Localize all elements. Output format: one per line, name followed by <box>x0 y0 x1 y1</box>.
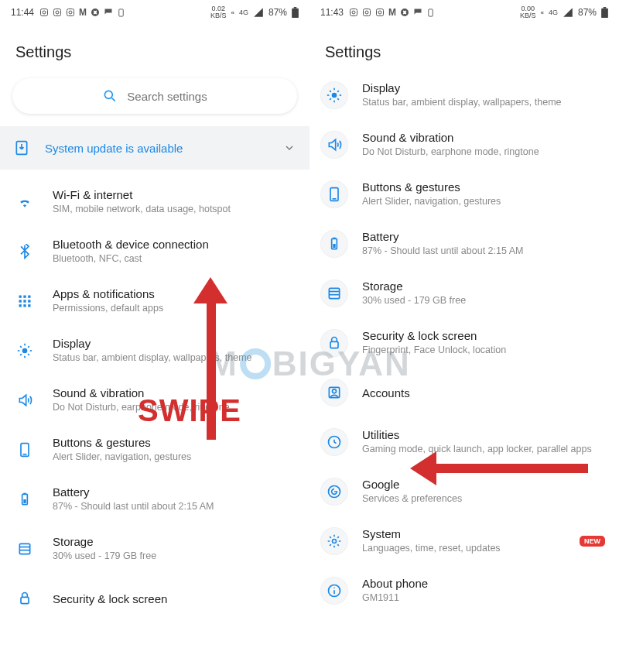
svg-point-3 <box>56 11 59 14</box>
status-app-icons: M <box>39 7 125 18</box>
battery-icon <box>11 485 39 513</box>
settings-item-label: Buttons & gestures <box>53 436 191 449</box>
settings-item-sub: Permissions, default apps <box>53 302 163 315</box>
svg-rect-15 <box>19 300 22 302</box>
google-icon <box>320 478 348 506</box>
sound-icon <box>320 131 348 159</box>
status-time: 11:43 <box>320 7 344 18</box>
svg-rect-18 <box>19 304 22 307</box>
svg-line-27 <box>28 354 29 355</box>
svg-rect-38 <box>21 597 29 603</box>
settings-item-sub: Services & preferences <box>362 492 462 506</box>
svg-rect-61 <box>333 244 335 248</box>
settings-item-buttons[interactable]: Buttons & gesturesAlert Slider, navigati… <box>0 425 310 475</box>
settings-item-sub: Bluetooth, NFC, cast <box>53 252 209 266</box>
battery-icon <box>320 230 348 258</box>
svg-point-67 <box>333 389 337 393</box>
settings-item-security[interactable]: Security & lock screen <box>0 574 310 623</box>
settings-item-sound[interactable]: Sound & vibrationDo Not Disturb, earphon… <box>0 375 310 425</box>
svg-rect-34 <box>23 499 26 503</box>
status-battery-pct: 87% <box>268 7 287 18</box>
settings-item-buttons[interactable]: Buttons & gesturesAlert Slider, navigati… <box>310 170 619 219</box>
settings-item-bluetooth[interactable]: Bluetooth & device connectionBluetooth, … <box>0 227 310 276</box>
settings-item-label: Storage <box>53 535 156 548</box>
security-icon <box>11 585 39 612</box>
chevron-down-icon <box>283 142 296 154</box>
svg-rect-14 <box>28 296 30 298</box>
svg-rect-35 <box>19 543 29 554</box>
download-icon <box>14 140 29 156</box>
phone-right: 11:43 M 0.00KB/S « 4G 87% <box>310 0 619 672</box>
settings-item-display[interactable]: DisplayStatus bar, ambient display, wall… <box>0 326 310 375</box>
status-net: 4G <box>239 9 248 16</box>
settings-item-sub: Fingerprint, Face Unlock, location <box>362 344 506 357</box>
storage-icon <box>320 279 348 307</box>
svg-rect-16 <box>23 300 26 302</box>
battery-icon <box>601 7 608 18</box>
search-icon <box>102 88 118 104</box>
apps-icon <box>11 287 39 315</box>
status-speed: 0.02KB/S <box>210 5 227 19</box>
svg-line-56 <box>337 91 339 92</box>
svg-rect-60 <box>333 238 335 239</box>
svg-rect-46 <box>601 9 608 18</box>
settings-item-wifi[interactable]: Wi-Fi & internetSIM, mobile network, dat… <box>0 177 310 227</box>
svg-point-9 <box>105 91 113 98</box>
new-badge: NEW <box>580 536 605 547</box>
settings-item-storage[interactable]: Storage30% used - 179 GB free <box>310 269 619 318</box>
svg-line-54 <box>337 98 339 100</box>
svg-rect-41 <box>364 9 371 16</box>
system-icon <box>320 527 348 555</box>
settings-list-right: DisplayStatus bar, ambient display, wall… <box>310 63 619 615</box>
settings-item-label: Security & lock screen <box>53 592 167 605</box>
settings-item-label: Apps & notifications <box>53 287 163 300</box>
settings-item-sub: 87% - Should last until about 2:15 AM <box>53 500 214 513</box>
settings-item-sub: Gaming mode, quick launch, app locker, p… <box>362 443 592 456</box>
svg-rect-47 <box>604 7 607 9</box>
settings-item-apps[interactable]: Apps & notificationsPermissions, default… <box>0 276 310 326</box>
settings-item-about[interactable]: About phoneGM1911 <box>310 566 619 615</box>
about-icon <box>320 577 348 605</box>
settings-item-label: Accounts <box>362 386 410 399</box>
settings-item-system[interactable]: SystemLanguages, time, reset, updatesNEW <box>310 516 619 566</box>
signal-icon <box>563 7 573 18</box>
settings-item-accounts[interactable]: Accounts <box>310 368 619 417</box>
svg-rect-7 <box>292 9 299 18</box>
svg-rect-20 <box>28 304 30 307</box>
svg-rect-62 <box>329 288 339 298</box>
settings-item-battery[interactable]: Battery87% - Should last until about 2:1… <box>0 475 310 524</box>
settings-list-left: Wi-Fi & internetSIM, mobile network, dat… <box>0 170 310 623</box>
settings-item-label: Sound & vibration <box>53 386 230 399</box>
status-net: 4G <box>549 9 558 16</box>
update-banner[interactable]: System update is available <box>0 126 310 170</box>
sound-icon <box>11 386 39 414</box>
settings-item-label: Storage <box>362 279 466 293</box>
settings-item-label: Sound & vibration <box>362 131 539 144</box>
settings-item-sub: Do Not Disturb, earphone mode, ringtone <box>362 146 539 159</box>
search-input[interactable]: Search settings <box>12 78 297 114</box>
svg-point-21 <box>22 348 28 354</box>
settings-item-sub: Alert Slider, navigation, gestures <box>362 195 501 208</box>
settings-item-security[interactable]: Security & lock screenFingerprint, Face … <box>310 318 619 368</box>
svg-point-40 <box>352 11 355 14</box>
settings-item-display[interactable]: DisplayStatus bar, ambient display, wall… <box>310 70 619 120</box>
settings-item-label: About phone <box>362 577 428 590</box>
buttons-icon <box>320 180 348 208</box>
svg-rect-33 <box>23 493 26 495</box>
svg-line-29 <box>28 346 29 348</box>
settings-item-battery[interactable]: Battery87% - Should last until about 2:1… <box>310 219 619 269</box>
settings-item-utilities[interactable]: UtilitiesGaming mode, quick launch, app … <box>310 417 619 467</box>
phone-left: 11:44 M 0.02KB/S « 4G 87% <box>0 0 310 672</box>
settings-item-sound[interactable]: Sound & vibrationDo Not Disturb, earphon… <box>310 120 619 170</box>
utilities-icon <box>320 428 348 456</box>
settings-item-sub: Status bar, ambient display, wallpapers,… <box>53 351 252 365</box>
svg-point-70 <box>333 540 337 543</box>
settings-item-label: Bluetooth & device connection <box>53 238 209 251</box>
search-placeholder: Search settings <box>127 90 207 103</box>
svg-rect-2 <box>54 9 61 16</box>
wifi-icon <box>11 188 39 216</box>
svg-line-53 <box>330 91 331 92</box>
settings-item-google[interactable]: GoogleServices & preferences <box>310 467 619 516</box>
svg-rect-65 <box>330 341 338 348</box>
settings-item-storage[interactable]: Storage30% used - 179 GB free <box>0 524 310 574</box>
